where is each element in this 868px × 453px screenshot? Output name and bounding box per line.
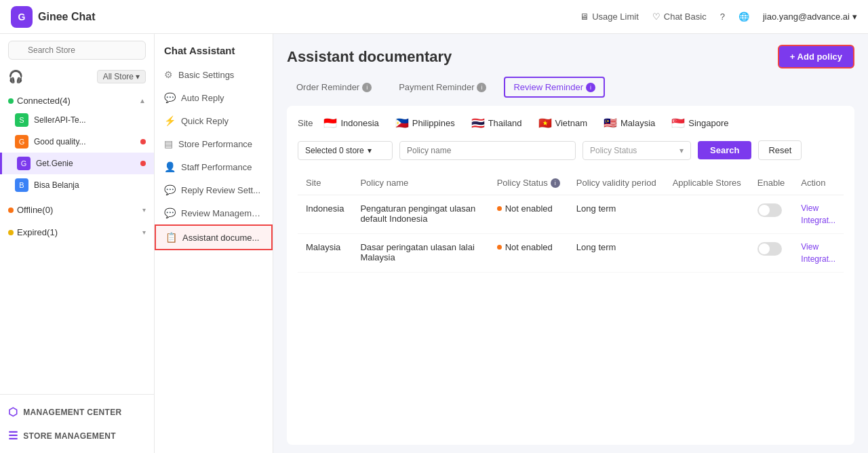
- site-malaysia[interactable]: 🇲🇾 Malaysia: [604, 117, 655, 130]
- content-header: Assistant documentary + Add policy: [273, 34, 868, 68]
- store-select[interactable]: Selected 0 store ▾: [298, 141, 393, 160]
- green-dot: [8, 98, 14, 104]
- tab-payment-reminder[interactable]: Payment Reminder i: [389, 77, 496, 98]
- nav-item-reply-review[interactable]: 💬 Reply Review Sett...: [155, 178, 273, 201]
- col-site: Site: [298, 171, 352, 195]
- info-icon: i: [586, 83, 595, 92]
- sidebar-bottom: ⬡ MANAGEMENT CENTER ☰ STORE MANAGEMENT: [0, 394, 154, 453]
- nav-label: Assistant docume...: [182, 233, 259, 243]
- reply-review-icon: 💬: [164, 184, 176, 195]
- help-nav[interactable]: ?: [720, 12, 725, 22]
- policy-status-select[interactable]: Policy Status ▾: [583, 141, 691, 160]
- selected-store-label: Selected 0 store: [305, 146, 364, 155]
- site-philippines[interactable]: 🇵🇭 Philippines: [395, 117, 455, 130]
- offline-group: Offline(0) ▾: [0, 199, 154, 221]
- indonesia-label: Indonesia: [340, 118, 378, 128]
- heart-icon: ♡: [652, 12, 660, 22]
- cell-policy-status: Not enabled: [489, 234, 568, 273]
- filter-row: Selected 0 store ▾ Policy Status ▾ Searc…: [298, 140, 844, 160]
- indonesia-flag: 🇮🇩: [323, 117, 337, 130]
- nav-item-store-performance[interactable]: ▤ Store Performance: [155, 132, 273, 155]
- expired-group: Expired(1) ▾: [0, 221, 154, 243]
- tab-order-reminder[interactable]: Order Reminder i: [287, 77, 381, 98]
- connected-header[interactable]: Connected(4) ▲: [0, 92, 154, 109]
- store-name: Get.Genie: [36, 159, 135, 168]
- store-name: SellerAPI-Te...: [34, 115, 146, 125]
- connected-group: Connected(4) ▲ S SellerAPI-Te... G Good …: [0, 90, 154, 199]
- policy-status-label: Policy Status: [590, 146, 637, 155]
- col-action: Action: [793, 171, 844, 195]
- cell-action: View Integrat...: [793, 234, 844, 273]
- quick-reply-icon: ⚡: [164, 115, 176, 126]
- nav-label: Quick Reply: [181, 116, 229, 126]
- status-dot: [497, 245, 502, 250]
- integrate-link[interactable]: Integrat...: [801, 254, 835, 264]
- orange-dot: [8, 208, 14, 213]
- cell-validity: Long term: [568, 234, 665, 273]
- staff-performance-icon: 👤: [164, 161, 176, 172]
- auto-reply-icon: 💬: [164, 92, 176, 103]
- list-item[interactable]: B Bisa Belanja: [0, 174, 154, 196]
- site-vietnam[interactable]: 🇻🇳 Vietnam: [538, 117, 587, 130]
- nav-item-assistant-docume[interactable]: 📋 Assistant docume...: [155, 224, 273, 250]
- data-table: Site Policy name Policy Status i Policy …: [298, 171, 844, 273]
- search-button[interactable]: Search: [698, 141, 751, 159]
- chevron-down-icon: ▾: [136, 72, 140, 81]
- chevron-down-icon: ▾: [368, 146, 372, 155]
- list-item[interactable]: S SellerAPI-Te...: [0, 109, 154, 131]
- order-reminder-label: Order Reminder: [296, 82, 359, 92]
- nav-item-staff-performance[interactable]: 👤 Staff Performance: [155, 155, 273, 178]
- usage-limit-nav[interactable]: 🖥 Usage Limit: [580, 12, 639, 22]
- credit-card-icon: 🖥: [580, 12, 589, 22]
- nav-item-basic-settings[interactable]: ⚙ Basic Settings: [155, 63, 273, 86]
- enable-toggle[interactable]: [757, 242, 782, 256]
- globe-nav[interactable]: 🌐: [738, 12, 749, 22]
- cell-enable: [749, 195, 793, 234]
- cell-site: Malaysia: [298, 234, 352, 273]
- page-title: Assistant documentary: [287, 48, 452, 66]
- yellow-dot: [8, 230, 14, 235]
- site-thailand[interactable]: 🇹🇭 Thailand: [471, 117, 522, 130]
- singapore-label: Singapore: [688, 118, 728, 128]
- site-singapore[interactable]: 🇸🇬 Singapore: [671, 117, 728, 130]
- logo-icon: G: [11, 6, 33, 28]
- sites-row: Site 🇮🇩 Indonesia 🇵🇭 Philippines 🇹🇭 Thai…: [298, 117, 844, 130]
- user-email: jiao.yang@advance.ai: [763, 12, 850, 22]
- nav-item-review-management[interactable]: 💬 Review Management: [155, 201, 273, 224]
- list-item[interactable]: G Get.Genie: [0, 153, 154, 174]
- view-link[interactable]: View: [801, 242, 835, 252]
- chevron-up-icon: ▲: [139, 97, 146, 104]
- status-dot: [497, 206, 502, 211]
- reset-button[interactable]: Reset: [758, 140, 802, 160]
- store-management-nav[interactable]: ☰ STORE MANAGEMENT: [0, 424, 154, 448]
- nav-item-quick-reply[interactable]: ⚡ Quick Reply: [155, 109, 273, 132]
- mid-sidebar: Chat Assistant ⚙ Basic Settings 💬 Auto R…: [155, 34, 273, 453]
- nav-label: Auto Reply: [181, 93, 224, 103]
- list-item[interactable]: G Good quality...: [0, 131, 154, 153]
- all-store-button[interactable]: All Store ▾: [97, 70, 146, 83]
- expired-header[interactable]: Expired(1) ▾: [0, 224, 154, 241]
- store-icon: B: [15, 178, 28, 192]
- header-right: 🖥 Usage Limit ♡ Chat Basic ? 🌐 jiao.yang…: [580, 12, 857, 22]
- add-policy-button[interactable]: + Add policy: [778, 45, 854, 68]
- view-link[interactable]: View: [801, 203, 835, 213]
- user-menu[interactable]: jiao.yang@advance.ai ▾: [763, 12, 857, 22]
- chevron-down-icon: ▾: [679, 146, 684, 155]
- offline-header[interactable]: Offline(0) ▾: [0, 201, 154, 218]
- chat-basic-label: Chat Basic: [664, 12, 707, 22]
- enable-toggle[interactable]: [757, 203, 782, 217]
- payment-reminder-label: Payment Reminder: [399, 82, 474, 92]
- tab-review-reminder[interactable]: Review Reminder i: [504, 77, 605, 98]
- integrate-link[interactable]: Integrat...: [801, 216, 835, 225]
- site-indonesia[interactable]: 🇮🇩 Indonesia: [323, 117, 378, 130]
- search-input[interactable]: [8, 41, 146, 60]
- policy-name-input[interactable]: [399, 141, 576, 160]
- review-reminder-label: Review Reminder: [513, 82, 583, 92]
- philippines-label: Philippines: [412, 118, 455, 128]
- chat-basic-nav[interactable]: ♡ Chat Basic: [652, 12, 707, 22]
- cell-policy-name: Pengaturan pengingat ulasan default Indo…: [352, 195, 488, 234]
- nav-item-auto-reply[interactable]: 💬 Auto Reply: [155, 86, 273, 109]
- review-mgmt-icon: 💬: [164, 208, 176, 218]
- mid-sidebar-title: Chat Assistant: [155, 34, 273, 63]
- management-center-nav[interactable]: ⬡ MANAGEMENT CENTER: [0, 400, 154, 424]
